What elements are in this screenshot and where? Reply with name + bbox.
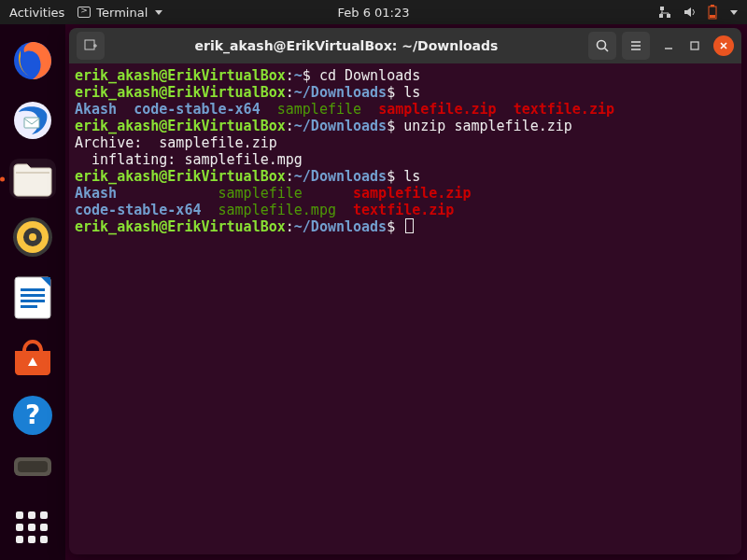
svg-rect-4 — [711, 5, 714, 7]
ls-entry: samplefile — [218, 185, 303, 202]
ls-entry: textfile.zip — [353, 202, 454, 218]
app-menu-label: Terminal — [96, 6, 148, 20]
command: unzip samplefile.zip — [403, 118, 572, 134]
output-line: inflating: samplefile.mpg — [75, 151, 303, 168]
ls-entry: samplefile — [277, 101, 361, 118]
titlebar[interactable]: erik_akash@ErikVirtualBox: ~/Downloads — [69, 28, 741, 63]
new-tab-button[interactable] — [77, 32, 105, 60]
close-button[interactable] — [713, 35, 734, 56]
svg-point-25 — [598, 41, 606, 49]
hamburger-menu-button[interactable] — [622, 32, 650, 60]
dock-files[interactable] — [9, 159, 56, 199]
ls-entry: textfile.zip — [514, 101, 614, 118]
window-title: erik_akash@ErikVirtualBox: ~/Downloads — [110, 38, 583, 53]
prompt-path: ~ — [294, 67, 303, 84]
svg-rect-31 — [691, 42, 698, 49]
maximize-button[interactable] — [687, 38, 702, 53]
system-menu-chevron-icon[interactable] — [730, 10, 738, 15]
svg-rect-18 — [21, 305, 37, 308]
dock-thunderbird[interactable] — [9, 99, 56, 142]
dock-help[interactable]: ? — [9, 394, 56, 437]
output-line: Archive: samplefile.zip — [75, 134, 277, 151]
minimize-button[interactable] — [661, 38, 676, 53]
terminal-content[interactable]: erik_akash@ErikVirtualBox:~$ cd Download… — [69, 63, 741, 554]
dock: ? — [0, 24, 65, 560]
svg-rect-0 — [660, 7, 664, 10]
search-icon — [595, 38, 610, 53]
dock-libreoffice-writer[interactable] — [9, 275, 56, 320]
ls-entry: Akash — [75, 185, 117, 202]
svg-rect-15 — [21, 288, 45, 291]
clock[interactable]: Feb 6 01:23 — [337, 6, 409, 20]
ls-entry: Akash — [75, 101, 117, 118]
command: ls — [403, 84, 420, 101]
chevron-down-icon — [155, 10, 162, 15]
svg-rect-24 — [85, 40, 94, 49]
svg-point-13 — [29, 233, 36, 241]
battery-icon[interactable] — [708, 5, 717, 20]
running-indicator-icon — [0, 176, 5, 181]
cursor — [405, 218, 414, 233]
dock-update-manager[interactable] — [9, 454, 56, 478]
show-applications-button[interactable] — [16, 511, 49, 543]
svg-rect-16 — [21, 294, 45, 297]
svg-rect-14 — [15, 277, 50, 318]
gnome-topbar: Activities Terminal Feb 6 01:23 — [0, 0, 747, 24]
svg-line-26 — [605, 49, 609, 52]
terminal-icon — [78, 7, 91, 18]
svg-rect-5 — [710, 15, 715, 18]
svg-rect-17 — [21, 300, 45, 302]
volume-icon[interactable] — [684, 6, 697, 19]
hamburger-icon — [628, 38, 643, 53]
svg-rect-23 — [18, 461, 48, 472]
svg-text:?: ? — [25, 399, 40, 430]
command: ls — [403, 168, 420, 185]
ls-entry: samplefile.mpg — [218, 202, 336, 218]
dock-rhythmbox[interactable] — [9, 216, 56, 259]
search-button[interactable] — [588, 32, 616, 60]
svg-rect-8 — [24, 118, 39, 128]
activities-button[interactable]: Activities — [9, 6, 64, 20]
ls-entry: code-stable-x64 — [134, 101, 260, 118]
network-icon[interactable] — [659, 6, 672, 19]
app-menu[interactable]: Terminal — [78, 6, 162, 20]
svg-rect-9 — [16, 172, 49, 174]
terminal-window: erik_akash@ErikVirtualBox: ~/Downloads e… — [69, 28, 741, 554]
command: cd Downloads — [319, 67, 420, 84]
dock-ubuntu-software[interactable] — [9, 337, 56, 377]
ls-entry: samplefile.zip — [378, 101, 496, 118]
ls-entry: samplefile.zip — [353, 185, 471, 202]
ls-entry: code-stable-x64 — [75, 202, 201, 218]
dock-firefox[interactable] — [9, 39, 56, 82]
prompt-userhost: erik_akash@ErikVirtualBox — [75, 67, 286, 84]
